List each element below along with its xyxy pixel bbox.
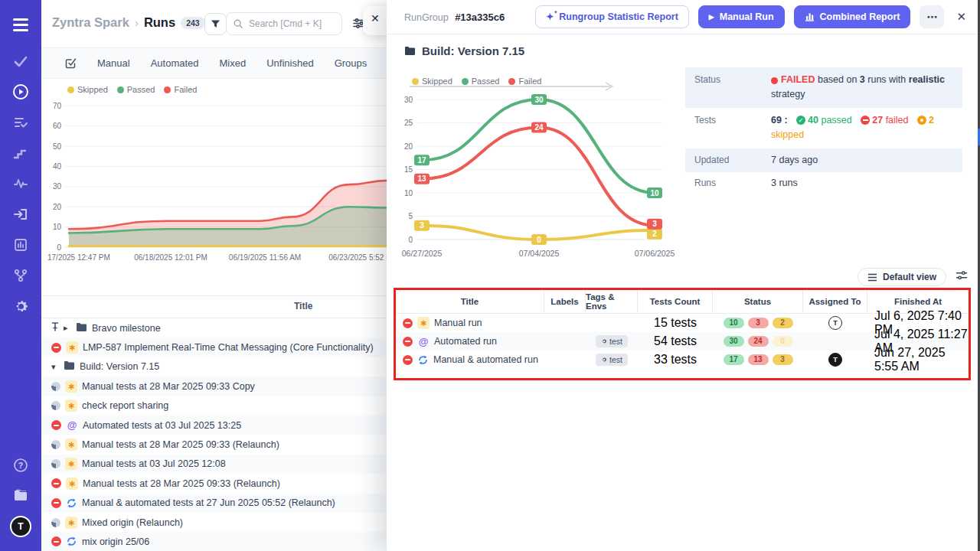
failed-status-icon — [403, 337, 413, 347]
failed-status-icon — [51, 420, 61, 430]
info-row-tests: Tests 69 : 40 passed 27 failed 2 skipped — [685, 108, 962, 148]
branches-icon[interactable] — [11, 266, 30, 285]
sparkles-icon: ✦ — [546, 12, 554, 21]
svg-text:0: 0 — [408, 236, 413, 244]
manual-run-icon: ∗ — [65, 458, 77, 470]
user-avatar[interactable]: T — [10, 516, 31, 537]
failed-count-pill: 13 — [748, 354, 769, 365]
default-view-button[interactable]: Default view — [858, 268, 946, 286]
tests-count: 54 tests — [654, 334, 697, 348]
legend-failed: Failed — [164, 85, 197, 94]
app-root: ? T Zyntra Spark › Runs 243 — [0, 0, 980, 551]
run-title: LMP-587 Implement Real-Time Chat Messagi… — [83, 342, 374, 353]
all-runs-icon[interactable] — [64, 57, 77, 70]
help-icon[interactable]: ? — [11, 456, 30, 474]
folder-icon — [64, 360, 75, 373]
labels-cell — [544, 350, 586, 369]
tab-mixed[interactable]: Mixed — [220, 57, 247, 69]
analytics-icon[interactable] — [11, 236, 30, 254]
svg-text:15: 15 — [404, 165, 413, 174]
column-header-assigned-to[interactable]: Assigned To — [803, 290, 867, 313]
tab-automated[interactable]: Automated — [151, 57, 199, 69]
manual-run-icon: ∗ — [65, 439, 77, 451]
tests-value: 69 : 40 passed 27 failed 2 skipped — [771, 113, 953, 143]
milestones-stairs-icon[interactable] — [11, 144, 30, 162]
sidebar-bottom: ? T — [10, 456, 31, 551]
projects-folder-icon[interactable] — [11, 486, 30, 504]
failed-dot-icon — [164, 86, 171, 93]
updated-value: 7 days ago — [771, 153, 953, 168]
tab-manual[interactable]: Manual — [97, 57, 130, 69]
automated-run-icon: @ — [66, 419, 78, 432]
svg-text:13: 13 — [417, 174, 426, 183]
x-tick-label: 06/23/2025 5:52 P — [328, 253, 391, 262]
tab-groups[interactable]: Groups — [335, 57, 368, 69]
import-icon[interactable] — [11, 205, 30, 223]
svg-text:60: 60 — [53, 122, 62, 130]
x-tick-label: 06/19/2025 11:56 AM — [229, 253, 301, 262]
tag-label: test — [609, 337, 622, 346]
column-header-labels[interactable]: Labels — [544, 290, 586, 313]
svg-text:3: 3 — [652, 220, 657, 228]
run-title: Bravo milestone — [92, 323, 161, 334]
drawer-actions: ✦ Rungroup Statistic Report ▶ Manual Run… — [535, 5, 969, 28]
passed-dot-icon — [117, 86, 124, 93]
run-title-cell: Manual & automated run — [396, 350, 544, 369]
combined-report-button[interactable]: Combined Report — [794, 5, 911, 28]
table-row[interactable]: Manual & automated runtest33 tests17133T… — [396, 350, 969, 369]
menu-icon[interactable] — [11, 15, 30, 34]
column-header-title[interactable]: Title — [396, 290, 544, 313]
svg-text:5: 5 — [408, 212, 413, 220]
tests-check-icon[interactable] — [11, 52, 30, 70]
status-cell: 1032 — [713, 314, 803, 332]
svg-text:25: 25 — [404, 119, 413, 127]
passed-count-pill: 17 — [724, 354, 744, 365]
popup-close-icon[interactable]: ✕ — [371, 12, 380, 24]
search-box — [226, 12, 342, 35]
run-title-cell: @Automated run — [396, 332, 544, 350]
column-header-tags-envs[interactable]: Tags & Envs — [586, 290, 638, 313]
failed-status-icon — [403, 318, 413, 328]
failed-status-icon — [51, 478, 61, 488]
chevron-right-icon[interactable]: ▸ — [64, 323, 71, 333]
svg-text:24: 24 — [534, 123, 544, 132]
svg-text:3: 3 — [420, 221, 424, 230]
svg-text:07/04/2025: 07/04/2025 — [519, 249, 560, 258]
tag-pill[interactable]: test — [596, 354, 628, 366]
run-title: Automated tests at 03 Jul 2025 13:25 — [83, 420, 241, 431]
area-chart-canvas: 010203040506070 — [43, 97, 389, 255]
column-header-tests-count[interactable]: Tests Count — [638, 290, 713, 313]
more-actions-button[interactable]: ⋯ — [920, 5, 944, 28]
statistic-report-button[interactable]: ✦ Rungroup Statistic Report — [535, 5, 689, 28]
failed-status-icon — [51, 536, 61, 546]
assignee-avatar[interactable]: T — [828, 316, 842, 330]
test-plans-icon[interactable] — [11, 113, 30, 132]
svg-text:0: 0 — [537, 236, 541, 244]
breadcrumb-project[interactable]: Zyntra Spark — [52, 15, 129, 30]
skipped-count-pill: 0 — [773, 336, 793, 347]
drawer-close-icon[interactable]: ✕ — [953, 10, 969, 24]
tag-pill[interactable]: test — [596, 335, 628, 347]
svg-text:?: ? — [18, 461, 23, 470]
search-input[interactable] — [247, 18, 335, 30]
runs-table-annotated: TitleLabelsTags & EnvsTests CountStatusA… — [394, 288, 971, 380]
status-cell: 17133 — [713, 350, 803, 369]
run-title: Build: Version 7.15 — [80, 361, 159, 372]
failed-status-icon — [51, 498, 61, 508]
table-settings-icon[interactable] — [956, 270, 968, 284]
assignee-avatar[interactable]: T — [828, 353, 842, 367]
partial-status-icon — [51, 459, 60, 468]
column-header-status[interactable]: Status — [713, 290, 803, 313]
pulse-activity-icon[interactable] — [11, 174, 30, 193]
settings-gear-icon[interactable] — [11, 297, 30, 315]
filter-button[interactable] — [204, 13, 227, 35]
chevron-down-icon[interactable]: ▾ — [51, 362, 59, 372]
tab-unfinished[interactable]: Unfinished — [266, 57, 313, 69]
svg-text:70: 70 — [53, 102, 62, 110]
rungroup-info: Status FAILED based on 3 runs with reali… — [685, 67, 962, 194]
labels-cell — [544, 314, 586, 332]
runs-play-icon[interactable] — [11, 83, 30, 101]
labels-cell — [544, 332, 586, 350]
manual-run-icon: ∗ — [417, 317, 430, 329]
manual-run-button[interactable]: ▶ Manual Run — [698, 5, 785, 28]
